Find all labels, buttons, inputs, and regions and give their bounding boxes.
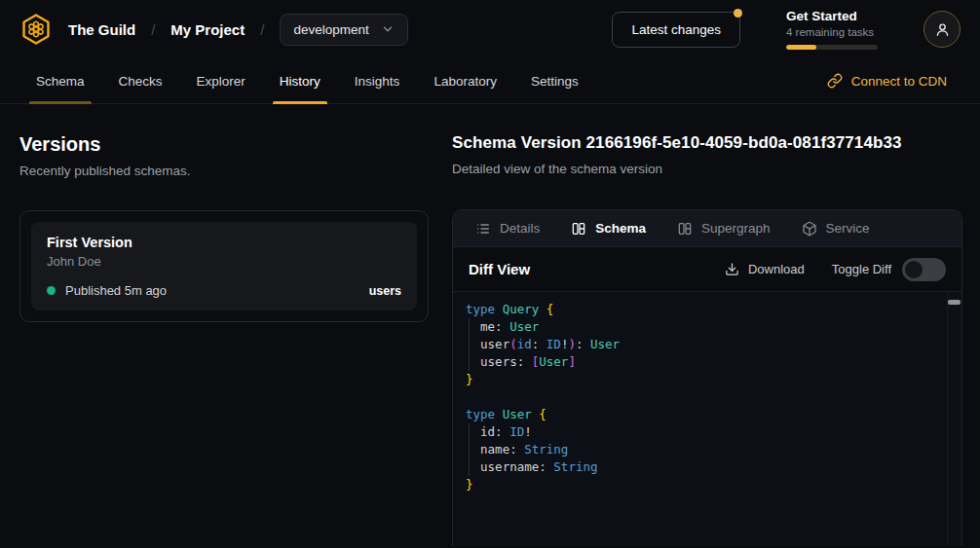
version-meta-row: Published 5m ago users — [47, 283, 401, 298]
version-author: John Doe — [47, 254, 401, 269]
code-line: id: ID! — [466, 423, 942, 441]
latest-changes-button[interactable]: Latest changes — [612, 12, 740, 48]
tab-underline — [29, 101, 92, 104]
environment-select[interactable]: development — [280, 14, 407, 46]
tab-supergraph[interactable]: Supergraph — [661, 210, 786, 246]
columns-icon — [571, 221, 586, 237]
list-icon — [475, 221, 491, 237]
versions-title: Versions — [19, 133, 429, 156]
code-line: } — [466, 476, 942, 493]
get-started-subtitle: 4 remaining tasks — [786, 26, 878, 38]
main-content: Versions Recently published schemas. Fir… — [0, 104, 980, 546]
tab-details[interactable]: Details — [460, 210, 555, 246]
schema-detail-card: Details Schema — [452, 209, 962, 546]
breadcrumb-separator: / — [260, 21, 264, 38]
diff-view-actions: Download Toggle Diff — [725, 258, 946, 281]
toggle-diff-group: Toggle Diff — [832, 258, 946, 281]
project-link[interactable]: My Project — [170, 21, 245, 38]
code-line: user(id: ID!): User — [466, 336, 942, 353]
breadcrumb: The Guild / My Project / development — [19, 13, 408, 46]
org-link[interactable]: The Guild — [68, 21, 135, 38]
diff-view-title: Diff View — [469, 261, 530, 277]
progress-fill — [786, 45, 816, 50]
tab-checks[interactable]: Checks — [112, 58, 170, 103]
get-started-widget[interactable]: Get Started 4 remaining tasks — [786, 9, 878, 50]
versions-subtitle: Recently published schemas. — [19, 164, 429, 178]
indent-guide — [469, 423, 470, 476]
published-status-dot — [47, 286, 56, 295]
nav-tabs: Schema Checks Explorer History Insights … — [29, 58, 585, 103]
indent-guide — [469, 318, 470, 371]
tab-label: Schema — [36, 74, 85, 89]
version-status: Published 5m ago — [65, 283, 167, 298]
tab-explorer[interactable]: Explorer — [190, 58, 252, 103]
tab-history[interactable]: History — [273, 58, 327, 103]
latest-changes-label: Latest changes — [631, 22, 721, 37]
schema-version-subtitle: Detailed view of the schema version — [452, 162, 962, 176]
code-line: users: [User] — [466, 353, 942, 371]
top-bar-right: Latest changes Get Started 4 remaining t… — [612, 9, 961, 50]
tab-label: Laboratory — [433, 74, 497, 89]
tab-schema[interactable]: Schema — [29, 58, 92, 103]
columns-icon — [677, 221, 693, 237]
panel-tab-label: Schema — [595, 221, 646, 236]
hive-logo-icon[interactable] — [19, 13, 53, 46]
service-tag: users — [369, 284, 401, 298]
diff-view-header: Diff View Download Toggle D — [453, 247, 961, 292]
tab-schema-view[interactable]: Schema — [555, 210, 661, 246]
link-icon — [827, 73, 843, 89]
tab-underline — [273, 101, 327, 104]
connect-to-cdn-button[interactable]: Connect to CDN — [827, 58, 947, 103]
code-line — [466, 388, 942, 406]
schema-version-title: Schema Version 2166196f-5e10-4059-bd0a-0… — [452, 133, 962, 153]
chevron-down-icon — [381, 22, 395, 36]
tab-label: Explorer — [197, 74, 245, 89]
top-bar: The Guild / My Project / development Lat… — [0, 0, 980, 58]
user-avatar[interactable] — [923, 11, 961, 48]
panel-tab-label: Details — [500, 221, 540, 236]
target-nav: Schema Checks Explorer History Insights … — [0, 58, 980, 104]
code-line: username: String — [466, 458, 942, 476]
toggle-diff-label: Toggle Diff — [832, 262, 891, 276]
person-icon — [933, 20, 952, 39]
breadcrumb-separator: / — [151, 21, 155, 38]
tab-insights[interactable]: Insights — [348, 58, 407, 103]
download-label: Download — [748, 262, 805, 276]
schema-detail-tabs: Details Schema — [453, 210, 961, 247]
schema-code-editor[interactable]: type Query { me: User user(id: ID!): Use… — [453, 292, 961, 546]
code-line: type User { — [466, 406, 942, 423]
version-list-item[interactable]: First Version John Doe Published 5m ago … — [31, 222, 417, 311]
tab-label: Insights — [355, 74, 400, 89]
tab-label: Settings — [531, 74, 579, 89]
cube-icon — [802, 221, 817, 237]
get-started-progress — [786, 45, 878, 50]
code-line: me: User — [466, 318, 942, 336]
tab-label: Checks — [119, 74, 163, 89]
switch-knob — [905, 261, 923, 278]
panel-tab-label: Service — [826, 221, 870, 236]
connect-to-cdn-label: Connect to CDN — [851, 74, 947, 89]
scrollbar-track — [947, 292, 948, 546]
code-line: type Query { — [466, 301, 942, 318]
tab-service[interactable]: Service — [786, 210, 886, 246]
schema-version-panel: Schema Version 2166196f-5e10-4059-bd0a-0… — [452, 133, 962, 546]
download-icon — [725, 262, 739, 276]
tab-laboratory[interactable]: Laboratory — [427, 58, 504, 103]
toggle-diff-switch[interactable] — [902, 258, 946, 281]
version-name: First Version — [47, 235, 401, 250]
notification-dot — [734, 9, 742, 18]
code-line: name: String — [466, 441, 942, 458]
download-button[interactable]: Download — [725, 262, 805, 276]
environment-select-value: development — [293, 22, 368, 37]
scrollbar-thumb[interactable] — [948, 300, 961, 305]
panel-tab-label: Supergraph — [701, 221, 771, 236]
versions-panel: Versions Recently published schemas. Fir… — [0, 133, 452, 546]
code-line: } — [466, 371, 942, 388]
get-started-title: Get Started — [786, 9, 878, 23]
tab-label: History — [280, 74, 320, 89]
tab-settings[interactable]: Settings — [524, 58, 585, 103]
versions-list-card: First Version John Doe Published 5m ago … — [19, 210, 429, 322]
code-content: type Query { me: User user(id: ID!): Use… — [466, 301, 942, 493]
